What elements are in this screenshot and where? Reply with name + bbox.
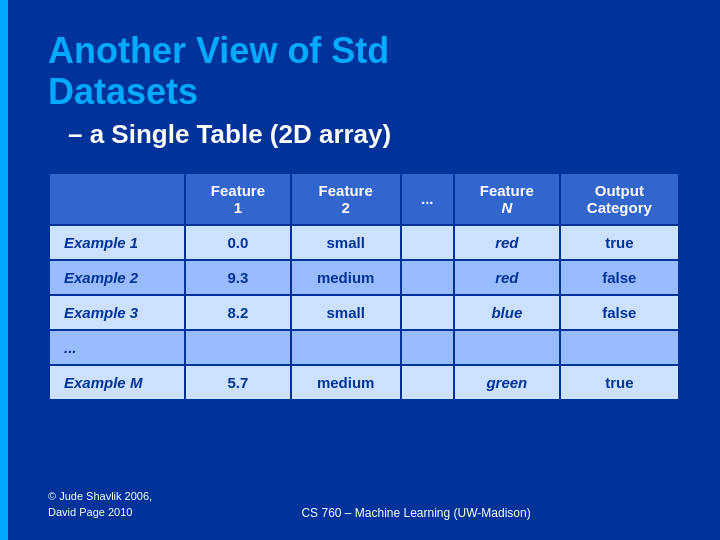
cell-ex2-f2: medium (291, 260, 401, 295)
table-row: Example 1 0.0 small red true (49, 225, 679, 260)
row-label-ex3: Example 3 (49, 295, 185, 330)
slide-subtitle: a Single Table (2D array) (48, 119, 680, 150)
cell-exm-f1: 5.7 (185, 365, 291, 400)
col-header-output: OutputCategory (560, 173, 679, 225)
cell-ex3-f2: small (291, 295, 401, 330)
cell-ex3-output: false (560, 295, 679, 330)
col-header-featureN: FeatureN (454, 173, 560, 225)
table-row: Example 2 9.3 medium red false (49, 260, 679, 295)
cell-ex1-fn: red (454, 225, 560, 260)
footer-copyright: © Jude Shavlik 2006,David Page 2010 (48, 489, 152, 520)
cell-ex3-fn: blue (454, 295, 560, 330)
table-row: Example 3 8.2 small blue false (49, 295, 679, 330)
row-label-ex2: Example 2 (49, 260, 185, 295)
cell-exm-f2: medium (291, 365, 401, 400)
col-header-feature1: Feature1 (185, 173, 291, 225)
cell-ex1-f2: small (291, 225, 401, 260)
slide-footer: © Jude Shavlik 2006,David Page 2010 CS 7… (48, 473, 680, 520)
row-label-dots: ... (49, 330, 185, 365)
cell-exm-dots (401, 365, 454, 400)
col-header-dots: ... (401, 173, 454, 225)
slide-title: Another View of Std Datasets (48, 30, 680, 113)
cell-dots-f2 (291, 330, 401, 365)
table-row-dots: ... (49, 330, 679, 365)
cell-ex2-output: false (560, 260, 679, 295)
col-header-empty (49, 173, 185, 225)
row-label-ex1: Example 1 (49, 225, 185, 260)
cell-exm-fn: green (454, 365, 560, 400)
footer-course: CS 760 – Machine Learning (UW-Madison) (152, 506, 680, 520)
cell-ex1-dots (401, 225, 454, 260)
table-row: Example M 5.7 medium green true (49, 365, 679, 400)
col-header-feature2: Feature2 (291, 173, 401, 225)
data-table: Feature1 Feature2 ... FeatureN OutputCat… (48, 172, 680, 401)
cell-dots-fn (454, 330, 560, 365)
cell-ex2-dots (401, 260, 454, 295)
cell-ex1-output: true (560, 225, 679, 260)
cell-ex3-dots (401, 295, 454, 330)
blue-accent-bar (0, 0, 8, 540)
cell-ex1-f1: 0.0 (185, 225, 291, 260)
cell-dots-f1 (185, 330, 291, 365)
cell-exm-output: true (560, 365, 679, 400)
row-label-exm: Example M (49, 365, 185, 400)
cell-ex3-f1: 8.2 (185, 295, 291, 330)
cell-dots-output (560, 330, 679, 365)
cell-ex2-fn: red (454, 260, 560, 295)
table-header-row: Feature1 Feature2 ... FeatureN OutputCat… (49, 173, 679, 225)
cell-dots-mid (401, 330, 454, 365)
cell-ex2-f1: 9.3 (185, 260, 291, 295)
